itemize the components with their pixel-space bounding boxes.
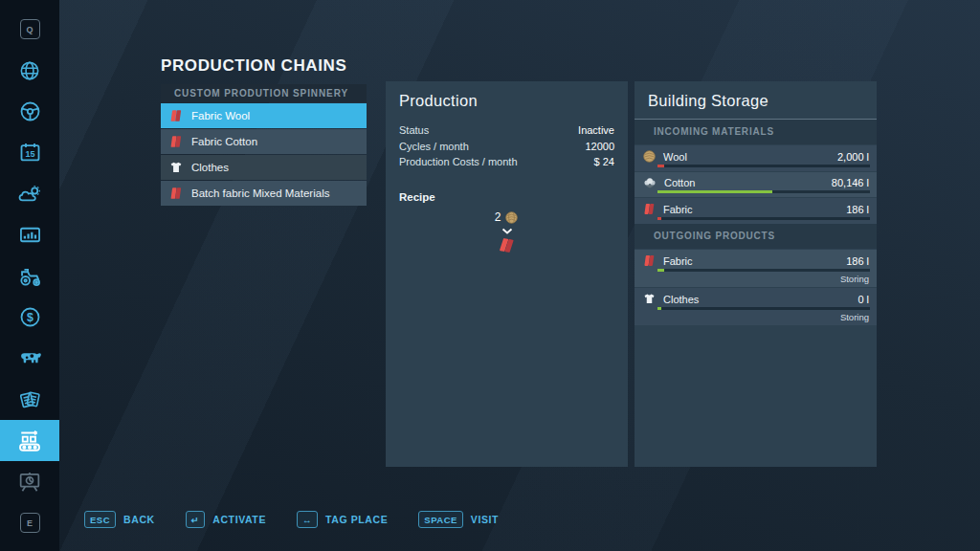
sidebar-item-finances[interactable]: $ [0,297,59,338]
sidebar-item-map[interactable] [0,50,59,91]
page-title: PRODUCTION CHAINS [161,56,346,76]
fill-level-bar [657,307,870,310]
storage-item-value: 0 l [858,294,869,305]
fabric-icon [498,236,516,254]
sidebar-item-vehicles[interactable] [0,91,59,132]
chain-item-fabric-wool[interactable]: Fabric Wool [161,103,367,128]
chain-item-clothes[interactable]: Clothes [161,155,367,180]
sidebar-item-contracts[interactable] [0,379,59,420]
storage-item-value: 2,000 l [837,151,869,163]
hotkey-tag-place[interactable]: ↔ TAG PLACE [297,511,388,528]
status-value: Inactive [578,122,614,139]
bar-chart-icon [17,222,43,248]
dollar-icon: $ [17,304,43,330]
storage-item-label: Fabric [663,255,839,267]
storage-row-fabric-in[interactable]: Fabric 186 l [635,198,877,224]
production-panel: Production Status Inactive Cycles / mont… [386,81,628,467]
hotkey-bar: ESC BACK ↵ ACTIVATE ↔ TAG PLACE SPACE VI… [84,511,520,528]
cow-icon [16,344,44,372]
chevron-down-icon [501,228,513,234]
weather-icon [16,181,43,208]
fill-level-bar [657,217,870,220]
storage-item-value: 80,146 l [832,177,869,188]
storage-mode-label: Storing [840,274,869,284]
chain-item-label: Fabric Wool [191,110,250,121]
sidebar-item-animals[interactable] [0,338,59,379]
chain-item-batch-fabric[interactable]: Batch fabric Mixed Materials [161,181,367,206]
storage-panel-title: Building Storage [635,81,877,120]
svg-text:$: $ [27,311,33,324]
sidebar: Q 15 [0,0,59,551]
fabric-icon [642,202,657,216]
costs-value: $ 24 [594,154,614,170]
e-key-icon: E [20,513,40,533]
wool-icon [504,210,519,225]
sidebar-item-garage[interactable] [0,255,59,297]
wool-icon [642,149,657,164]
hotkey-visit[interactable]: SPACE VISIT [418,511,499,528]
production-costs-row: Production Costs / month $ 24 [399,154,614,170]
incoming-materials-header: INCOMING MATERIALS [635,120,877,144]
hotkey-back[interactable]: ESC BACK [84,511,155,528]
cotton-icon [642,176,657,189]
storage-item-value: 186 l [846,255,869,267]
fabric-icon [168,186,184,201]
cards-icon [16,386,43,413]
storage-item-label: Clothes [663,294,851,305]
sidebar-item-statistics[interactable] [0,214,59,255]
storage-item-label: Fabric [663,204,839,215]
steering-wheel-icon [17,99,43,124]
chain-item-fabric-cotton[interactable]: Fabric Cotton [161,129,367,154]
sidebar-item-map-hotkey[interactable]: Q [0,9,59,50]
q-key-icon: Q [20,19,40,39]
production-chains-list: CUSTOM PRODUTION SPINNERY Fabric Wool Fa… [161,84,367,206]
storage-mode-label: Storing [840,312,869,322]
sidebar-item-calendar[interactable]: 15 [0,132,59,173]
arrows-key-icon: ↔ [297,511,318,528]
tractor-icon [16,262,44,290]
sidebar-item-production-chains[interactable] [0,420,59,461]
hotkey-activate[interactable]: ↵ ACTIVATE [186,511,266,528]
chain-group-header: CUSTOM PRODUTION SPINNERY [161,84,367,102]
sidebar-item-environment[interactable] [0,461,59,502]
svg-text:15: 15 [25,149,34,159]
sidebar-item-help-hotkey[interactable]: E [0,502,59,543]
calendar-icon: 15 [17,140,43,165]
esc-key-icon: ESC [84,511,116,528]
fill-level-bar [657,165,870,167]
chain-item-label: Batch fabric Mixed Materials [191,187,329,199]
enter-key-icon: ↵ [186,511,205,528]
fabric-icon [168,134,184,149]
fabric-icon [642,253,657,268]
conveyor-icon [15,427,44,455]
costs-label: Production Costs / month [399,154,518,170]
chain-item-label: Fabric Cotton [191,136,257,147]
recipe-flow: 2 [386,210,628,254]
fill-level-bar [657,190,870,193]
building-storage-panel: Building Storage INCOMING MATERIALS Wool… [635,81,877,467]
shirt-icon [642,292,657,306]
storage-row-fabric-out[interactable]: Fabric 186 l Storing [635,250,877,287]
storage-row-wool[interactable]: Wool 2,000 l [635,145,877,171]
fill-level-bar [657,269,870,272]
sidebar-item-weather[interactable] [0,173,59,214]
cycles-value: 12000 [585,139,614,155]
fabric-icon [168,108,184,123]
space-key-icon: SPACE [418,511,463,528]
shirt-icon [168,160,184,175]
recipe-input-qty: 2 [495,210,501,224]
cycles-label: Cycles / month [399,139,469,155]
production-status-row: Status Inactive [399,122,614,139]
storage-row-cotton[interactable]: Cotton 80,146 l [635,172,877,197]
storage-item-label: Cotton [664,177,825,188]
production-panel-title: Production [386,81,628,119]
presentation-board-icon [16,469,43,496]
chain-item-label: Clothes [191,162,229,173]
storage-item-value: 186 l [846,204,869,215]
production-cycles-row: Cycles / month 12000 [399,139,614,155]
storage-item-label: Wool [663,151,831,163]
globe-icon [17,58,42,83]
recipe-heading: Recipe [386,170,628,203]
outgoing-products-header: OUTGOING PRODUCTS [635,224,877,249]
storage-row-clothes-out[interactable]: Clothes 0 l Storing [635,288,877,325]
